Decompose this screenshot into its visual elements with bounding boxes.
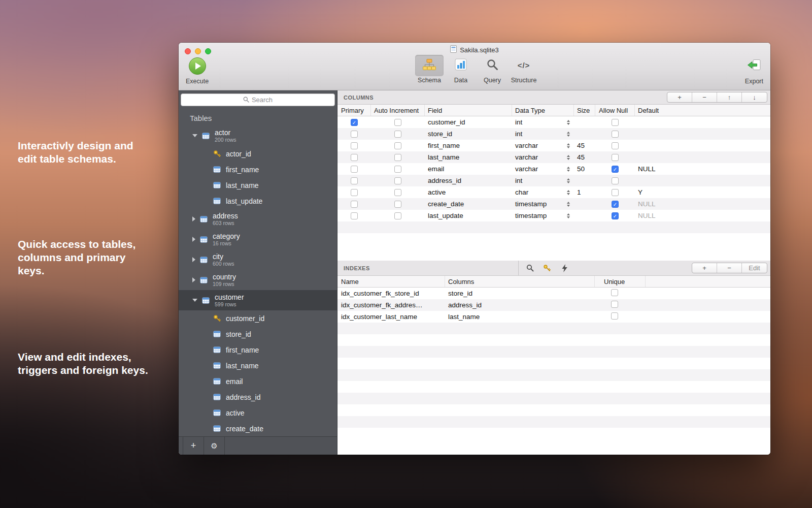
columns-header-data-type[interactable]: Data Type (512, 105, 574, 116)
indexes-header-unique[interactable]: Unique (595, 276, 646, 287)
columns-header-primary[interactable]: Primary (337, 105, 371, 116)
index-row-idx_customer_fk_addres…[interactable]: idx_customer_fk_addres… address_id (337, 299, 770, 311)
column-row-address_id[interactable]: address_id int (337, 175, 770, 186)
allow-null-checkbox[interactable] (612, 166, 619, 173)
sidebar-table-actor[interactable]: actor200 rows (179, 125, 337, 146)
disclosure-triangle-icon[interactable] (192, 134, 197, 137)
remove-column-button[interactable]: − (692, 92, 717, 102)
allow-null-checkbox[interactable] (612, 201, 619, 208)
search-input[interactable]: Search (181, 93, 335, 106)
auto-increment-checkbox[interactable] (394, 189, 401, 196)
auto-increment-checkbox[interactable] (394, 166, 401, 173)
data-type-stepper[interactable] (567, 120, 570, 125)
sidebar-column-address_id[interactable]: address_id (179, 389, 337, 405)
execute-button[interactable]: Execute (186, 55, 209, 85)
tab-query[interactable]: Query (478, 55, 506, 84)
disclosure-triangle-icon[interactable] (192, 237, 195, 242)
auto-increment-checkbox[interactable] (394, 212, 401, 219)
column-row-active[interactable]: active char 1 Y (337, 186, 770, 198)
index-row-idx_customer_last_name[interactable]: idx_customer_last_name last_name (337, 311, 770, 323)
column-row-create_date[interactable]: create_date timestamp NULL (337, 198, 770, 210)
data-type-stepper[interactable] (567, 143, 570, 148)
column-row-store_id[interactable]: store_id int (337, 128, 770, 140)
sidebar-column-actor_id[interactable]: actor_id (179, 146, 337, 162)
index-row-idx_customer_fk_store_id[interactable]: idx_customer_fk_store_id store_id (337, 288, 770, 299)
data-type-stepper[interactable] (567, 132, 570, 137)
auto-increment-checkbox[interactable] (394, 142, 401, 149)
unique-checkbox[interactable] (611, 312, 618, 320)
allow-null-checkbox[interactable] (612, 142, 619, 149)
auto-increment-checkbox[interactable] (394, 177, 401, 184)
primary-checkbox[interactable] (351, 119, 358, 126)
indexes-header-columns[interactable]: Columns (445, 276, 595, 287)
auto-increment-checkbox[interactable] (394, 131, 401, 138)
data-type-stepper[interactable] (567, 167, 570, 172)
allow-null-checkbox[interactable] (612, 212, 619, 219)
data-type-stepper[interactable] (567, 155, 570, 160)
sidebar-column-customer_id[interactable]: customer_id (179, 310, 337, 326)
add-index-button[interactable]: + (692, 263, 717, 273)
allow-null-checkbox[interactable] (612, 131, 619, 138)
primary-checkbox[interactable] (351, 177, 358, 184)
remove-index-button[interactable]: − (717, 263, 742, 273)
sidebar-table-customer[interactable]: customer599 rows (179, 290, 337, 310)
columns-header-allow-null[interactable]: Allow Null (595, 105, 635, 116)
sidebar-table-address[interactable]: address603 rows (179, 209, 337, 229)
disclosure-triangle-icon[interactable] (192, 216, 195, 221)
column-row-last_name[interactable]: last_name varchar 45 (337, 151, 770, 163)
tab-schema[interactable]: Schema (415, 55, 444, 84)
allow-null-checkbox[interactable] (612, 189, 619, 196)
sidebar-column-last_name[interactable]: last_name (179, 358, 337, 373)
data-type-stepper[interactable] (567, 190, 570, 195)
primary-checkbox[interactable] (351, 131, 358, 138)
disclosure-triangle-icon[interactable] (192, 299, 197, 302)
add-table-button[interactable]: + (183, 437, 204, 455)
columns-header-default[interactable]: Default (635, 105, 770, 116)
sidebar-column-email[interactable]: email (179, 373, 337, 389)
sidebar-column-last_update[interactable]: last_update (179, 193, 337, 209)
primary-checkbox[interactable] (351, 154, 358, 161)
index-filter-search-icon[interactable] (524, 264, 536, 272)
add-column-button[interactable]: + (667, 92, 692, 102)
indexes-header-name[interactable]: Name (337, 276, 445, 287)
allow-null-checkbox[interactable] (612, 154, 619, 161)
disclosure-triangle-icon[interactable] (192, 277, 195, 282)
sidebar-table-city[interactable]: city600 rows (179, 249, 337, 270)
column-row-customer_id[interactable]: customer_id int (337, 116, 770, 128)
column-row-email[interactable]: email varchar 50 NULL (337, 163, 770, 175)
sidebar-column-create_date[interactable]: create_date (179, 421, 337, 436)
unique-checkbox[interactable] (611, 289, 618, 296)
auto-increment-checkbox[interactable] (394, 119, 401, 126)
primary-checkbox[interactable] (351, 189, 358, 196)
auto-increment-checkbox[interactable] (394, 154, 401, 161)
sidebar-column-first_name[interactable]: first_name (179, 162, 337, 177)
move-column-up-button[interactable]: ↑ (717, 92, 742, 102)
sidebar-table-country[interactable]: country109 rows (179, 270, 337, 290)
data-type-stepper[interactable] (567, 178, 570, 183)
column-row-first_name[interactable]: first_name varchar 45 (337, 140, 770, 151)
primary-checkbox[interactable] (351, 212, 358, 219)
primary-checkbox[interactable] (351, 201, 358, 208)
sidebar-column-active[interactable]: active (179, 405, 337, 421)
index-filter-trigger-icon[interactable] (558, 264, 570, 272)
unique-checkbox[interactable] (611, 301, 618, 308)
export-button[interactable]: Export (745, 55, 763, 85)
allow-null-checkbox[interactable] (612, 119, 619, 126)
primary-checkbox[interactable] (351, 142, 358, 149)
sidebar-table-category[interactable]: category16 rows (179, 229, 337, 249)
disclosure-triangle-icon[interactable] (192, 257, 195, 262)
tab-structure[interactable]: </> Structure (510, 55, 538, 84)
sidebar-column-last_name[interactable]: last_name (179, 177, 337, 193)
settings-gear-button[interactable]: ⚙ (204, 437, 225, 455)
column-row-last_update[interactable]: last_update timestamp NULL (337, 210, 770, 221)
columns-header-auto-increment[interactable]: Auto Increment (371, 105, 425, 116)
allow-null-checkbox[interactable] (612, 177, 619, 184)
edit-index-button[interactable]: Edit (742, 263, 767, 273)
move-column-down-button[interactable]: ↓ (742, 92, 767, 102)
primary-checkbox[interactable] (351, 166, 358, 173)
sidebar-column-store_id[interactable]: store_id (179, 326, 337, 342)
data-type-stepper[interactable] (567, 213, 570, 218)
auto-increment-checkbox[interactable] (394, 201, 401, 208)
columns-header-size[interactable]: Size (574, 105, 595, 116)
data-type-stepper[interactable] (567, 202, 570, 207)
